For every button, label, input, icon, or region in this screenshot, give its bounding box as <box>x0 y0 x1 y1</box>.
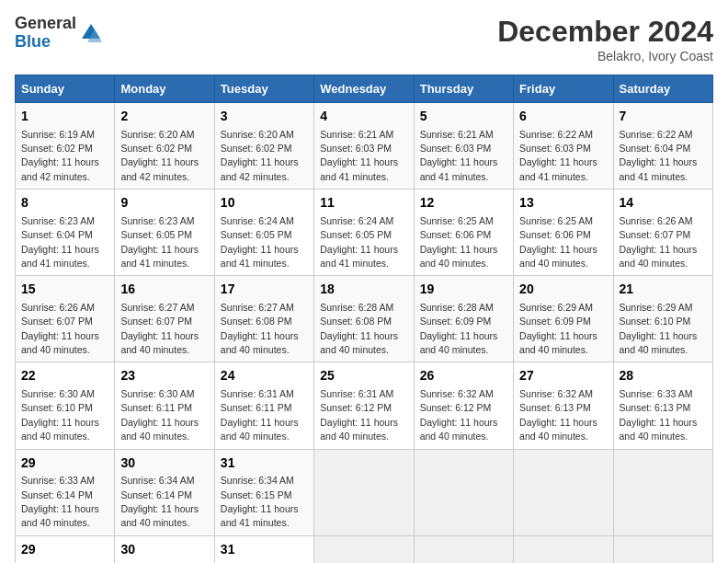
calendar-cell: 27Sunrise: 6:32 AMSunset: 6:13 PMDayligh… <box>514 362 613 449</box>
calendar-week-4: 29Sunrise: 6:33 AMSunset: 6:14 PMDayligh… <box>16 449 713 535</box>
calendar-week-0: 1Sunrise: 6:19 AMSunset: 6:02 PMDaylight… <box>16 103 713 190</box>
calendar-cell: 28Sunrise: 6:33 AMSunset: 6:13 PMDayligh… <box>613 362 712 449</box>
calendar-cell: 13Sunrise: 6:25 AMSunset: 6:06 PMDayligh… <box>514 190 613 276</box>
calendar-cell: 11Sunrise: 6:24 AMSunset: 6:05 PMDayligh… <box>314 190 414 276</box>
calendar-week-3: 22Sunrise: 6:30 AMSunset: 6:10 PMDayligh… <box>16 362 713 449</box>
calendar-cell: 30Sunrise: 6:34 AMSunset: 6:14 PMDayligh… <box>115 449 214 535</box>
calendar-cell: 16Sunrise: 6:27 AMSunset: 6:07 PMDayligh… <box>115 276 214 362</box>
calendar-week-5: 29Sunrise: 6:33 AMSunset: 6:14 PMDayligh… <box>16 535 713 563</box>
calendar-cell: 25Sunrise: 6:31 AMSunset: 6:12 PMDayligh… <box>314 362 414 449</box>
header-friday: Friday <box>514 75 613 103</box>
logo-line2: Blue <box>15 33 76 52</box>
calendar-cell <box>314 535 414 563</box>
title-block: December 2024 Belakro, Ivory Coast <box>497 15 713 63</box>
header-thursday: Thursday <box>414 75 513 103</box>
calendar-cell: 2Sunrise: 6:20 AMSunset: 6:02 PMDaylight… <box>115 103 214 190</box>
header-tuesday: Tuesday <box>214 75 313 103</box>
calendar-cell <box>514 449 613 535</box>
calendar-table: SundayMondayTuesdayWednesdayThursdayFrid… <box>15 75 713 563</box>
calendar-cell: 22Sunrise: 6:30 AMSunset: 6:10 PMDayligh… <box>16 362 115 449</box>
calendar-header-row: SundayMondayTuesdayWednesdayThursdayFrid… <box>16 75 713 103</box>
calendar-cell: 6Sunrise: 6:22 AMSunset: 6:03 PMDaylight… <box>514 103 613 190</box>
calendar-cell: 3Sunrise: 6:20 AMSunset: 6:02 PMDaylight… <box>214 103 313 190</box>
calendar-cell: 23Sunrise: 6:30 AMSunset: 6:11 PMDayligh… <box>115 362 214 449</box>
calendar-cell: 24Sunrise: 6:31 AMSunset: 6:11 PMDayligh… <box>214 362 313 449</box>
logo-line1: General <box>15 15 76 33</box>
calendar-cell: 9Sunrise: 6:23 AMSunset: 6:05 PMDaylight… <box>115 190 214 276</box>
calendar-cell <box>314 449 414 535</box>
calendar-cell: 12Sunrise: 6:25 AMSunset: 6:06 PMDayligh… <box>414 190 513 276</box>
header-wednesday: Wednesday <box>314 75 414 103</box>
calendar-cell <box>414 535 513 563</box>
header-sunday: Sunday <box>16 75 115 103</box>
calendar-cell: 1Sunrise: 6:19 AMSunset: 6:02 PMDaylight… <box>16 103 115 190</box>
calendar-cell: 7Sunrise: 6:22 AMSunset: 6:04 PMDaylight… <box>613 103 712 190</box>
calendar-cell: 29Sunrise: 6:33 AMSunset: 6:14 PMDayligh… <box>16 449 115 535</box>
calendar-cell: 21Sunrise: 6:29 AMSunset: 6:10 PMDayligh… <box>613 276 712 362</box>
calendar-cell <box>613 535 712 563</box>
calendar-cell <box>613 449 712 535</box>
calendar-cell: 17Sunrise: 6:27 AMSunset: 6:08 PMDayligh… <box>214 276 313 362</box>
logo: General Blue <box>15 15 104 52</box>
calendar-cell: 5Sunrise: 6:21 AMSunset: 6:03 PMDaylight… <box>414 103 513 190</box>
logo-text: General Blue <box>15 15 76 52</box>
calendar-cell: 10Sunrise: 6:24 AMSunset: 6:05 PMDayligh… <box>214 190 313 276</box>
calendar-cell: 19Sunrise: 6:28 AMSunset: 6:09 PMDayligh… <box>414 276 513 362</box>
calendar-cell: 8Sunrise: 6:23 AMSunset: 6:04 PMDaylight… <box>16 190 115 276</box>
calendar-week-1: 8Sunrise: 6:23 AMSunset: 6:04 PMDaylight… <box>16 190 713 276</box>
calendar-cell: 20Sunrise: 6:29 AMSunset: 6:09 PMDayligh… <box>514 276 613 362</box>
calendar-cell: 31Sunrise: 6:34 AMSunset: 6:15 PMDayligh… <box>214 449 313 535</box>
header-monday: Monday <box>115 75 214 103</box>
calendar-cell: 4Sunrise: 6:21 AMSunset: 6:03 PMDaylight… <box>314 103 414 190</box>
logo-icon <box>78 20 104 46</box>
header-saturday: Saturday <box>613 75 712 103</box>
calendar-cell <box>514 535 613 563</box>
calendar-cell: 26Sunrise: 6:32 AMSunset: 6:12 PMDayligh… <box>414 362 513 449</box>
month-title: December 2024 <box>497 15 713 49</box>
calendar-cell: 30Sunrise: 6:34 AMSunset: 6:14 PMDayligh… <box>115 535 214 563</box>
calendar-cell: 31Sunrise: 6:34 AMSunset: 6:15 PMDayligh… <box>214 535 313 563</box>
page-header: General Blue December 2024 Belakro, Ivor… <box>15 15 713 63</box>
calendar-cell: 15Sunrise: 6:26 AMSunset: 6:07 PMDayligh… <box>16 276 115 362</box>
calendar-cell: 29Sunrise: 6:33 AMSunset: 6:14 PMDayligh… <box>16 535 115 563</box>
location: Belakro, Ivory Coast <box>497 49 713 63</box>
calendar-cell: 18Sunrise: 6:28 AMSunset: 6:08 PMDayligh… <box>314 276 414 362</box>
calendar-cell <box>414 449 513 535</box>
calendar-week-2: 15Sunrise: 6:26 AMSunset: 6:07 PMDayligh… <box>16 276 713 362</box>
calendar-cell: 14Sunrise: 6:26 AMSunset: 6:07 PMDayligh… <box>613 190 712 276</box>
